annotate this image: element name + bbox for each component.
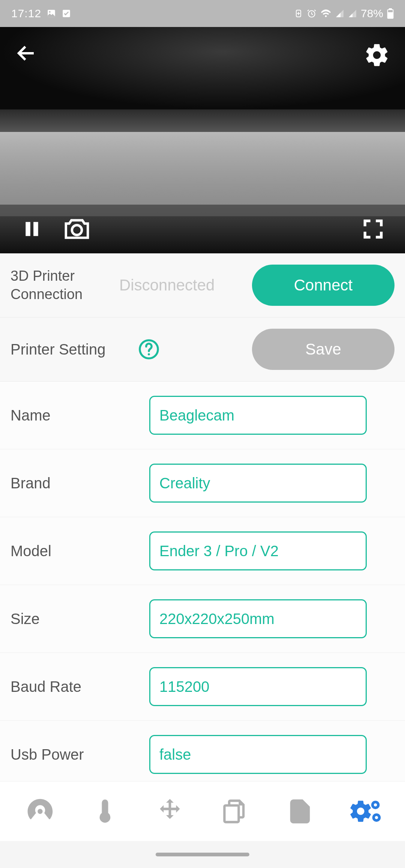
camera-preview — [0, 27, 405, 253]
save-button[interactable]: Save — [252, 329, 394, 370]
connection-row: 3D Printer Connection Disconnected Conne… — [0, 253, 405, 317]
field-name: Name Beaglecam — [0, 382, 405, 449]
battery-saver-icon — [294, 9, 303, 18]
bottom-nav — [0, 781, 405, 841]
wifi-icon — [320, 9, 332, 18]
signal-icon-1 — [335, 9, 344, 18]
nav-files[interactable] — [218, 795, 252, 828]
field-baud: Baud Rate 115200 — [0, 653, 405, 721]
brand-select[interactable]: Creality — [149, 464, 367, 503]
nav-move[interactable] — [153, 795, 187, 828]
model-select[interactable]: Ender 3 / Pro / V2 — [149, 531, 367, 570]
back-button[interactable] — [15, 42, 38, 64]
svg-rect-9 — [33, 222, 38, 236]
svg-rect-7 — [388, 10, 393, 12]
svg-point-1 — [49, 11, 51, 13]
svg-rect-14 — [296, 812, 301, 818]
field-label: Model — [10, 543, 149, 560]
svg-rect-6 — [389, 8, 392, 10]
field-brand: Brand Creality — [0, 449, 405, 517]
svg-point-18 — [375, 816, 378, 819]
gallery-notif-icon — [46, 9, 56, 18]
pause-button[interactable] — [19, 216, 45, 242]
svg-point-10 — [72, 225, 82, 235]
checkbox-notif-icon — [62, 9, 71, 18]
field-label: Baud Rate — [10, 678, 149, 695]
camera-settings-button[interactable] — [364, 42, 390, 68]
svg-point-16 — [374, 803, 377, 806]
field-size: Size 220x220x250mm — [0, 585, 405, 653]
baud-select[interactable]: 115200 — [149, 667, 367, 706]
nav-video[interactable] — [283, 795, 317, 828]
connection-label: 3D Printer Connection — [10, 267, 116, 304]
status-time: 17:12 — [11, 7, 41, 20]
snapshot-button[interactable] — [64, 216, 90, 242]
signal-icon-2 — [348, 9, 357, 18]
settings-header: Printer Setting Save — [0, 317, 405, 382]
gesture-handle[interactable] — [156, 853, 249, 856]
field-usbpower: Usb Power false — [0, 721, 405, 789]
android-status-bar: 17:12 78% — [0, 0, 405, 27]
alarm-icon — [307, 9, 316, 18]
nav-dashboard[interactable] — [23, 795, 57, 828]
android-nav-bar — [0, 841, 405, 868]
fullscreen-button[interactable] — [360, 216, 386, 242]
nav-settings[interactable] — [348, 795, 382, 828]
svg-rect-8 — [26, 222, 30, 236]
battery-icon — [387, 8, 394, 19]
battery-percent: 78% — [361, 7, 383, 20]
svg-point-13 — [103, 814, 107, 819]
field-label: Name — [10, 407, 149, 424]
connection-status: Disconnected — [119, 276, 214, 294]
name-input[interactable]: Beaglecam — [149, 396, 367, 435]
field-label: Usb Power — [10, 746, 149, 763]
svg-point-12 — [148, 353, 150, 355]
field-label: Brand — [10, 475, 149, 492]
size-input[interactable]: 220x220x250mm — [149, 599, 367, 638]
connect-button[interactable]: Connect — [252, 265, 394, 306]
field-label: Size — [10, 611, 149, 627]
nav-temperature[interactable] — [88, 795, 122, 828]
field-model: Model Ender 3 / Pro / V2 — [0, 517, 405, 585]
usbpower-select[interactable]: false — [149, 735, 367, 774]
settings-title: Printer Setting — [10, 341, 138, 358]
help-icon[interactable] — [138, 338, 160, 360]
